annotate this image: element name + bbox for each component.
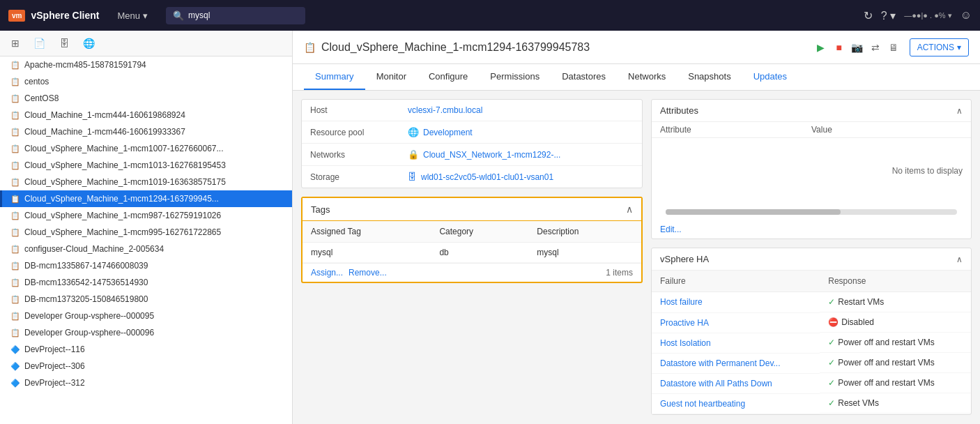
check-icon: ✓ [828,378,835,388]
tab-datastores[interactable]: Datastores [551,64,617,90]
check-icon: ✓ [828,297,835,307]
tab-monitor[interactable]: Monitor [365,64,418,90]
ha-collapse-icon[interactable]: ∧ [956,255,963,264]
sidebar-item-configuser[interactable]: 📋 configuser-Cloud_Machine_2-005634 [0,241,292,257]
sidebar-item-label: configuser-Cloud_Machine_2-005634 [24,244,164,254]
assign-tag-link[interactable]: Assign... [311,268,343,278]
sidebar-item-devgroup-95[interactable]: 📋 Developer Group-vsphere--000095 [0,308,292,324]
main-layout: ⊞ 📄 🗄 🌐 📋 Apache-mcm485-158781591794 📋 c… [0,31,980,424]
sidebar-item-db-1335867[interactable]: 📋 DB-mcm1335867-147466008039 [0,257,292,274]
storage-label: Storage [302,167,399,188]
sidebar-item-cloud-vsphere-1294[interactable]: 📋 Cloud_vSphere_Machine_1-mcm1294-163799… [0,190,292,207]
tags-card: Tags ∧ Assigned Tag Category Description [301,197,643,283]
vm-icon: 🔷 [10,345,20,354]
tag-category: db [431,243,528,263]
sidebar-item-devproject-312[interactable]: 🔷 DevProject--312 [0,374,292,391]
search-bar[interactable]: 🔍 [166,7,305,24]
tab-networks[interactable]: Networks [617,64,677,90]
sidebar-tab-bar: ⊞ 📄 🗄 🌐 [0,31,292,56]
sidebar-tab-list[interactable]: 📄 [28,35,51,52]
sidebar-item-cloud-machine-446[interactable]: 📋 Cloud_Machine_1-mcm446-160619933367 [0,123,292,140]
tags-table-header: Assigned Tag Category Description [303,221,641,243]
power-off-icon[interactable]: ■ [832,40,847,55]
vm-icon: 📋 [10,77,20,86]
col-response: Response [820,271,971,292]
tab-snapshots[interactable]: Snapshots [677,64,742,90]
tab-configure[interactable]: Configure [418,64,479,90]
vm-icon: 📋 [10,94,20,103]
nav-right-actions: ↻ ? ▾ ―●●|● . ●% ▾ ☺ [864,9,972,22]
sidebar-item-cloud-vsphere-1019[interactable]: 📋 Cloud_vSphere_Machine_1-mcm1019-163638… [0,174,292,190]
props-row-host: Host vclesxi-7.cmbu.local [302,100,642,121]
sidebar-item-cloud-vsphere-1007[interactable]: 📋 Cloud_vSphere_Machine_1-mcm1007-162766… [0,140,292,157]
vm-icon: 📋 [10,295,20,304]
tab-summary[interactable]: Summary [304,64,365,90]
actions-button[interactable]: ACTIONS ▾ [910,38,969,56]
sidebar-item-devproject-306[interactable]: 🔷 DevProject--306 [0,358,292,374]
sidebar-item-cloud-vsphere-995[interactable]: 📋 Cloud_vSphere_Machine_1-mcm995-1627617… [0,224,292,241]
resource-pool-value[interactable]: 🌐 Development [399,121,642,143]
help-icon[interactable]: ? ▾ [881,9,896,22]
tag-row-mysql[interactable]: mysql db mysql [303,243,641,263]
sidebar-item-label: Cloud_vSphere_Machine_1-mcm995-162761722… [24,227,221,237]
sidebar-item-devgroup-96[interactable]: 📋 Developer Group-vsphere--000096 [0,324,292,341]
edit-attributes-link[interactable]: Edit... [652,220,971,238]
content-header: 📋 Cloud_vSphere_Machine_1-mcm1294-163799… [293,31,980,64]
remove-tag-link[interactable]: Remove... [349,268,387,278]
vm-icon: 📋 [10,144,20,153]
search-input[interactable] [188,10,272,20]
sidebar-item-label: Cloud_vSphere_Machine_1-mcm1013-16276819… [24,160,226,170]
snapshot-icon[interactable]: 📷 [850,40,865,55]
ha-response: ✓ Power off and restart VMs [820,333,971,353]
networks-value[interactable]: 🔒 Cloud_NSX_Network_1-mcm1292-... [399,144,642,165]
ha-title: vSphere HA [660,254,709,264]
sidebar-tab-network[interactable]: 🌐 [77,35,100,52]
sidebar-item-label: CentOS8 [24,93,59,103]
sidebar-item-label: DB-mcm1335867-147466008039 [24,261,148,271]
props-row-storage: Storage 🗄 wld01-sc2vc05-wld01-clu01-vsan… [302,166,642,188]
ha-response: ✓ Restart VMs [820,292,971,312]
power-on-icon[interactable]: ▶ [813,40,829,55]
refresh-icon[interactable]: ↻ [864,9,873,22]
ha-failure: Datastore with Permanent Dev... [652,353,820,373]
tag-description: mysql [528,243,641,263]
ha-response: ⛔ Disabled [820,312,971,333]
sidebar-item-cloud-vsphere-987[interactable]: 📋 Cloud_vSphere_Machine_1-mcm987-1627591… [0,207,292,224]
sidebar-item-centos8[interactable]: 📋 CentOS8 [0,90,292,107]
host-value[interactable]: vclesxi-7.cmbu.local [399,100,642,121]
console-icon[interactable]: 🖥 [886,40,901,55]
ha-failure: Datastore with All Paths Down [652,373,820,393]
properties-card: Host vclesxi-7.cmbu.local Resource pool … [301,99,643,188]
sidebar-item-devproject-116[interactable]: 🔷 DevProject--116 [0,341,292,358]
tag-name: mysql [303,243,431,263]
storage-value[interactable]: 🗄 wld01-sc2vc05-wld01-clu01-vsan01 [399,166,642,188]
migrate-icon[interactable]: ⇄ [868,40,883,55]
sidebar-item-db-1336542[interactable]: 📋 DB-mcm1336542-147536514930 [0,274,292,291]
sidebar-item-cloud-machine-444[interactable]: 📋 Cloud_Machine_1-mcm444-160619868924 [0,107,292,123]
network-icon: 🔒 [408,149,419,160]
user-menu-icon[interactable]: ―●●|● . ●% ▾ [904,11,951,20]
sidebar-item-cloud-vsphere-1013[interactable]: 📋 Cloud_vSphere_Machine_1-mcm1013-162768… [0,157,292,174]
ha-failure: Proactive HA [652,312,820,333]
scrollbar-thumb [666,209,841,215]
left-column: Host vclesxi-7.cmbu.local Resource pool … [301,99,643,416]
sidebar-item-centos[interactable]: 📋 centos [0,73,292,90]
ha-header: vSphere HA ∧ [652,248,971,271]
tab-permissions[interactable]: Permissions [479,64,551,90]
sidebar-item-apache[interactable]: 📋 Apache-mcm485-158781591794 [0,56,292,73]
tab-updates[interactable]: Updates [742,64,798,90]
attributes-scrollbar[interactable] [666,209,957,215]
sidebar-tab-db[interactable]: 🗄 [54,35,75,52]
ha-row-permanent-dev: Datastore with Permanent Dev... ✓ Power … [652,353,971,373]
sidebar-tab-grid[interactable]: ⊞ [6,35,25,52]
ha-response: ✓ Power off and restart VMs [820,373,971,393]
page-title: Cloud_vSphere_Machine_1-mcm1294-16379994… [321,41,590,54]
tags-collapse-icon[interactable]: ∧ [626,204,633,215]
search-icon: 🔍 [173,10,184,21]
attributes-collapse-icon[interactable]: ∧ [956,106,963,116]
sidebar-item-db-1373205[interactable]: 📋 DB-mcm1373205-150846519800 [0,291,292,308]
props-row-resource-pool: Resource pool 🌐 Development [302,121,642,144]
user-avatar-icon[interactable]: ☺ [960,9,972,22]
resource-pool-label: Resource pool [302,122,399,143]
menu-button[interactable]: Menu ▾ [110,6,155,25]
